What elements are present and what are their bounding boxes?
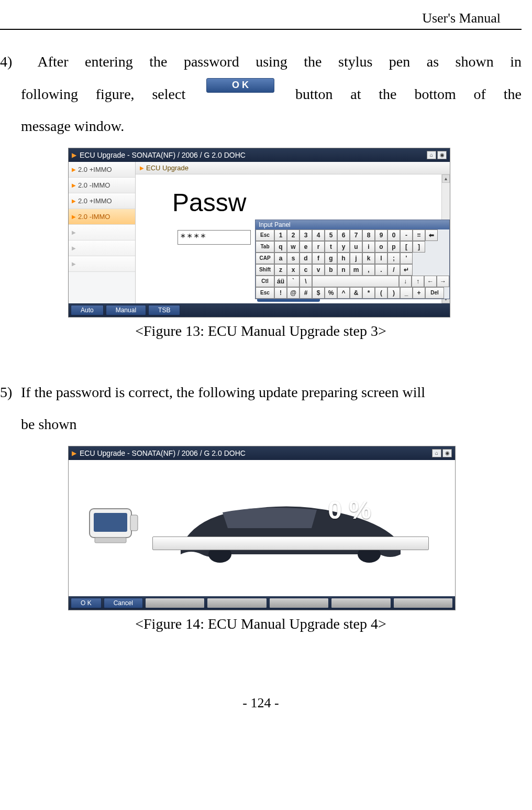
camera-icon[interactable]: ◉	[442, 449, 452, 457]
home-icon[interactable]: ⌂	[432, 449, 441, 457]
key-intl[interactable]: áü	[274, 276, 287, 287]
page-header: User's Manual	[0, 5, 522, 29]
key[interactable]: x	[287, 264, 300, 276]
key[interactable]: 6	[337, 229, 350, 241]
key-del[interactable]: Del	[425, 287, 444, 299]
key[interactable]: k	[362, 253, 375, 264]
key[interactable]: 0	[387, 229, 400, 241]
password-input[interactable]: ****	[178, 230, 251, 245]
key[interactable]: q	[274, 241, 287, 253]
key-space[interactable]	[312, 276, 399, 287]
key[interactable]: /	[387, 264, 400, 276]
key[interactable]: b	[325, 264, 337, 276]
key[interactable]: 8	[362, 229, 375, 241]
key[interactable]: e	[300, 241, 312, 253]
key[interactable]: _	[400, 287, 413, 299]
key[interactable]: +	[413, 287, 425, 299]
key[interactable]: *	[362, 287, 375, 299]
key[interactable]: (	[375, 287, 387, 299]
key[interactable]: 1	[274, 229, 287, 241]
key[interactable]: 4	[312, 229, 325, 241]
key-esc[interactable]: Esc	[256, 229, 274, 241]
sidebar-item-selected[interactable]: ▶2.0 -IMMO	[69, 209, 135, 225]
key[interactable]: i	[362, 241, 375, 253]
key-esc[interactable]: Esc	[256, 287, 274, 299]
sidebar-item[interactable]: ▶2.0 -IMMO	[69, 178, 135, 193]
svg-rect-3	[95, 538, 126, 543]
key-enter[interactable]: ↵	[400, 264, 413, 276]
key[interactable]: ^	[337, 287, 350, 299]
bottom-ok-button[interactable]: O K	[71, 598, 102, 608]
key-left[interactable]: ←	[424, 276, 437, 287]
key[interactable]: '	[400, 253, 413, 264]
key[interactable]: 9	[375, 229, 387, 241]
step4-line1: 4) After entering the password using the…	[0, 46, 522, 78]
step4-line3: message window.	[0, 110, 522, 143]
key[interactable]: =	[413, 229, 425, 241]
key[interactable]: v	[312, 264, 325, 276]
key[interactable]: s	[287, 253, 300, 264]
title-triangle-icon: ▶	[72, 450, 76, 457]
key[interactable]: j	[350, 253, 362, 264]
key[interactable]: c	[300, 264, 312, 276]
key[interactable]: f	[312, 253, 325, 264]
key[interactable]: [	[400, 241, 413, 253]
key[interactable]: 2	[287, 229, 300, 241]
key[interactable]: l	[375, 253, 387, 264]
key-up[interactable]: ↑	[412, 276, 424, 287]
fig2-body: 0 %	[69, 460, 455, 596]
key[interactable]: u	[350, 241, 362, 253]
key-right[interactable]: →	[437, 276, 449, 287]
key[interactable]: .	[375, 264, 387, 276]
key[interactable]: 3	[300, 229, 312, 241]
key[interactable]: -	[400, 229, 413, 241]
key[interactable]: n	[337, 264, 350, 276]
fig2-title: ECU Upgrade - SONATA(NF) / 2006 / G 2.0 …	[80, 449, 246, 457]
key[interactable]: \	[300, 276, 312, 287]
key[interactable]: m	[350, 264, 362, 276]
inline-ok-button[interactable]: O K	[206, 78, 274, 93]
scroll-up-icon[interactable]: ▴	[442, 174, 450, 183]
key[interactable]: r	[312, 241, 325, 253]
sidebar-item[interactable]: ▶2.0 +IMMO	[69, 193, 135, 209]
key[interactable]: &	[350, 287, 362, 299]
camera-icon[interactable]: ◉	[437, 151, 447, 159]
key[interactable]: 7	[350, 229, 362, 241]
key[interactable]: h	[337, 253, 350, 264]
key[interactable]: g	[325, 253, 337, 264]
bottom-tsb-button[interactable]: TSB	[148, 305, 180, 315]
key[interactable]: 5	[325, 229, 337, 241]
figure-13-screenshot: ▶ ECU Upgrade - SONATA(NF) / 2006 / G 2.…	[68, 148, 450, 318]
bottom-auto-button[interactable]: Auto	[71, 305, 104, 315]
key[interactable]: )	[387, 287, 400, 299]
bottom-manual-button[interactable]: Manual	[106, 305, 146, 315]
key[interactable]: ,	[362, 264, 375, 276]
key-tab[interactable]: Tab	[256, 241, 274, 253]
key[interactable]: $	[312, 287, 325, 299]
password-label: Passw	[172, 188, 246, 217]
sidebar-item[interactable]: ▶2.0 +IMMO	[69, 162, 135, 178]
bottom-cancel-button[interactable]: Cancel	[104, 598, 143, 608]
key-down[interactable]: ↓	[399, 276, 412, 287]
key[interactable]: #	[300, 287, 312, 299]
key-caps[interactable]: CAP	[256, 253, 274, 264]
key[interactable]: a	[274, 253, 287, 264]
key[interactable]: y	[337, 241, 350, 253]
key[interactable]: ]	[413, 241, 425, 253]
key-ctl[interactable]: Ctl	[256, 276, 274, 287]
input-panel: Input Panel Esc 1 2 3 4 5 6 7 8 9 0 -	[255, 220, 450, 299]
key[interactable]: !	[274, 287, 287, 299]
key-shift[interactable]: Shift	[256, 264, 274, 276]
key[interactable]: p	[387, 241, 400, 253]
key[interactable]: w	[287, 241, 300, 253]
key[interactable]: z	[274, 264, 287, 276]
key[interactable]: %	[325, 287, 337, 299]
key[interactable]: d	[300, 253, 312, 264]
home-icon[interactable]: ⌂	[427, 151, 436, 159]
key-backspace[interactable]: ⬅	[425, 229, 438, 241]
key[interactable]: t	[325, 241, 337, 253]
key[interactable]: @	[287, 287, 300, 299]
key[interactable]: o	[375, 241, 387, 253]
key[interactable]: `	[287, 276, 300, 287]
key[interactable]: ;	[387, 253, 400, 264]
